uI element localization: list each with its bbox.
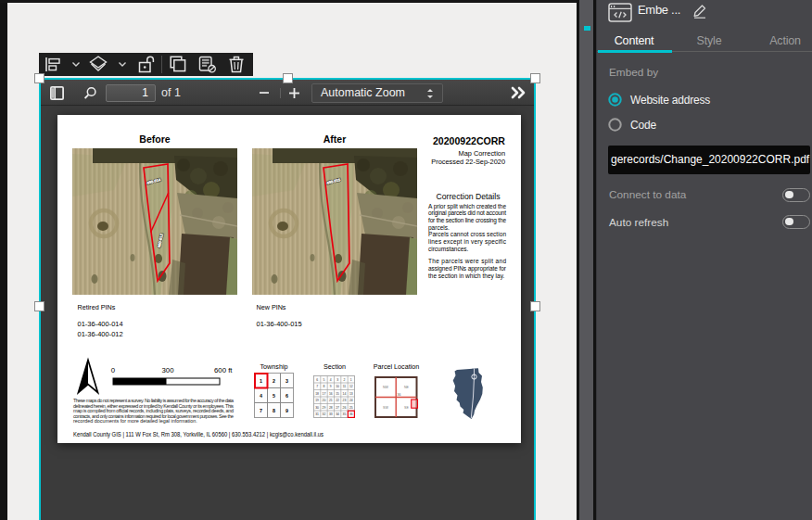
svg-text:Processed 22-Sep-2020: Processed 22-Sep-2020	[431, 158, 505, 166]
svg-text:35: 35	[343, 412, 347, 416]
svg-text:300: 300	[161, 366, 174, 374]
svg-text:11: 11	[343, 385, 347, 388]
svg-text:9: 9	[330, 385, 332, 388]
svg-text:NE: NE	[404, 386, 410, 389]
svg-text:34: 34	[336, 412, 339, 416]
svg-text:7: 7	[316, 385, 318, 388]
svg-text:Before: Before	[139, 133, 170, 145]
svg-text:20: 20	[323, 399, 326, 402]
svg-text:33: 33	[329, 412, 333, 416]
svg-text:14: 14	[343, 392, 347, 396]
svg-text:2: 2	[273, 378, 275, 384]
svg-text:1: 1	[350, 378, 352, 382]
svg-text:30: 30	[315, 406, 319, 410]
svg-text:6: 6	[316, 378, 318, 382]
svg-text:Section: Section	[324, 362, 346, 371]
svg-text:10: 10	[336, 385, 339, 388]
svg-text:27: 27	[336, 406, 339, 410]
svg-text:20200922CORR: 20200922CORR	[433, 134, 506, 146]
svg-text:8: 8	[324, 385, 325, 388]
svg-text:25: 25	[349, 406, 353, 410]
svg-text:6: 6	[285, 393, 288, 399]
svg-text:recorded documents for more de: recorded documents for more detailed leg…	[73, 418, 197, 424]
svg-text:36: 36	[398, 393, 401, 397]
svg-text:22: 22	[336, 399, 339, 402]
svg-text:36: 36	[349, 412, 353, 416]
svg-text:16: 16	[329, 392, 333, 396]
svg-text:01-36-400-012: 01-36-400-012	[78, 330, 123, 338]
svg-text:circumstances.: circumstances.	[428, 246, 469, 252]
svg-text:17: 17	[323, 392, 326, 396]
svg-text:3: 3	[336, 378, 338, 382]
svg-text:26: 26	[343, 406, 347, 410]
svg-text:600 ft: 600 ft	[214, 366, 233, 374]
svg-text:4: 4	[260, 393, 262, 399]
svg-text:Map Correction: Map Correction	[458, 149, 505, 158]
svg-text:Kendall County GIS | 111 W Fox: Kendall County GIS | 111 W Fox St, Rm 30…	[73, 431, 324, 438]
svg-text:18: 18	[315, 392, 319, 396]
svg-text:01-36-400-015: 01-36-400-015	[257, 320, 302, 328]
svg-text:Township: Township	[260, 362, 288, 371]
svg-text:9: 9	[285, 408, 288, 413]
svg-text:31: 31	[315, 412, 319, 416]
svg-text:0: 0	[111, 366, 116, 374]
svg-text:01-36-400-014: 01-36-400-014	[78, 320, 123, 328]
svg-text:32: 32	[323, 412, 326, 416]
svg-text:5: 5	[324, 378, 325, 382]
svg-text:3: 3	[285, 378, 288, 384]
svg-text:7: 7	[260, 408, 262, 413]
svg-text:29: 29	[323, 406, 326, 410]
svg-text:23: 23	[343, 399, 347, 402]
svg-text:28: 28	[329, 406, 333, 410]
svg-text:SE: SE	[404, 406, 409, 410]
svg-text:SW: SW	[383, 406, 388, 410]
svg-text:19: 19	[315, 399, 319, 402]
svg-text:NW: NW	[383, 386, 389, 389]
svg-text:Parcel Location: Parcel Location	[374, 362, 420, 371]
svg-text:13: 13	[349, 392, 353, 396]
svg-text:4: 4	[330, 378, 332, 382]
svg-text:24: 24	[349, 399, 353, 402]
svg-text:15: 15	[336, 392, 339, 396]
svg-text:Correction Details: Correction Details	[436, 192, 501, 201]
svg-text:1: 1	[260, 378, 262, 384]
svg-text:12: 12	[349, 385, 353, 388]
svg-text:Retired PINs: Retired PINs	[78, 303, 116, 311]
svg-text:Parcels cannot cross section: Parcels cannot cross section	[428, 231, 506, 237]
svg-text:5: 5	[273, 393, 275, 399]
svg-text:8: 8	[273, 408, 275, 413]
svg-text:After: After	[324, 133, 347, 145]
svg-text:2: 2	[344, 378, 346, 382]
svg-text:the section in which they lay.: the section in which they lay.	[428, 273, 504, 280]
svg-text:New PINs: New PINs	[257, 303, 286, 311]
svg-text:21: 21	[329, 399, 333, 402]
